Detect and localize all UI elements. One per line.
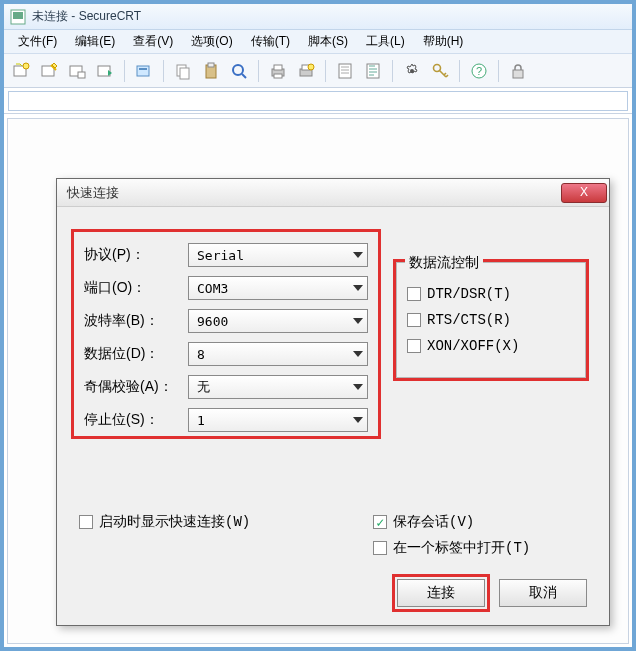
flow-control-group: 数据流控制 DTR/DSR(T) RTS/CTS(R) XON/XOFF(X) — [393, 259, 589, 381]
toolbar-separator — [163, 60, 164, 82]
close-icon[interactable]: X — [561, 183, 607, 203]
title-bar: 未连接 - SecureCRT — [4, 4, 632, 30]
show-quick-connect-checkbox[interactable] — [79, 515, 93, 529]
dialog-title: 快速连接 — [67, 184, 561, 202]
svg-rect-13 — [208, 63, 214, 67]
address-bar — [4, 88, 632, 114]
connection-params-group: 协议(P)： Serial 端口(O)： COM3 波特率(B)： 9600 — [71, 229, 381, 439]
connect-button[interactable]: 连接 — [397, 579, 485, 607]
save-session-checkbox[interactable] — [373, 515, 387, 529]
paste-icon[interactable] — [200, 60, 222, 82]
connect-bar-icon[interactable] — [66, 60, 88, 82]
svg-rect-11 — [180, 68, 189, 79]
databits-label: 数据位(D)： — [84, 345, 188, 363]
toolbar-separator — [498, 60, 499, 82]
chevron-down-icon — [353, 351, 363, 357]
chevron-down-icon — [353, 285, 363, 291]
log-icon[interactable] — [362, 60, 384, 82]
baud-dropdown[interactable]: 9600 — [188, 309, 368, 333]
dialog-title-bar: 快速连接 X — [57, 179, 609, 207]
rts-cts-label: RTS/CTS(R) — [427, 312, 511, 328]
stopbits-label: 停止位(S)： — [84, 411, 188, 429]
stopbits-dropdown[interactable]: 1 — [188, 408, 368, 432]
svg-rect-22 — [339, 64, 351, 78]
dialog-button-row: 连接 取消 — [397, 579, 587, 607]
print-icon[interactable] — [267, 60, 289, 82]
svg-point-14 — [233, 65, 243, 75]
menu-help[interactable]: 帮助(H) — [415, 31, 472, 52]
properties-icon[interactable] — [334, 60, 356, 82]
protocol-label: 协议(P)： — [84, 246, 188, 264]
main-window: 未连接 - SecureCRT 文件(F) 编辑(E) 查看(V) 选项(O) … — [0, 0, 636, 651]
svg-rect-9 — [139, 68, 147, 70]
toolbar-separator — [124, 60, 125, 82]
toolbar-separator — [392, 60, 393, 82]
menu-tools[interactable]: 工具(L) — [358, 31, 413, 52]
svg-point-3 — [23, 63, 29, 69]
chevron-down-icon — [353, 384, 363, 390]
xon-xoff-checkbox[interactable] — [407, 339, 421, 353]
menu-file[interactable]: 文件(F) — [10, 31, 65, 52]
open-in-tab-checkbox[interactable] — [373, 541, 387, 555]
dtr-dsr-label: DTR/DSR(T) — [427, 286, 511, 302]
rts-cts-checkbox[interactable] — [407, 313, 421, 327]
chevron-down-icon — [353, 417, 363, 423]
parity-label: 奇偶校验(A)： — [84, 378, 188, 396]
svg-rect-31 — [513, 70, 523, 78]
open-in-tab-label: 在一个标签中打开(T) — [393, 539, 530, 557]
dialog-options: 启动时显示快速连接(W) 保存会话(V) 在一个标签中打开(T) — [79, 509, 589, 567]
settings-icon[interactable] — [401, 60, 423, 82]
menu-script[interactable]: 脚本(S) — [300, 31, 356, 52]
svg-line-15 — [242, 74, 246, 78]
parity-dropdown[interactable]: 无 — [188, 375, 368, 399]
svg-rect-6 — [78, 72, 85, 78]
window-title: 未连接 - SecureCRT — [32, 8, 141, 25]
xon-xoff-label: XON/XOFF(X) — [427, 338, 519, 354]
menu-options[interactable]: 选项(O) — [183, 31, 240, 52]
app-icon — [10, 9, 26, 25]
chevron-down-icon — [353, 318, 363, 324]
reconnect-icon[interactable] — [94, 60, 116, 82]
help-icon[interactable]: ? — [468, 60, 490, 82]
baud-label: 波特率(B)： — [84, 312, 188, 330]
toolbar: ? — [4, 54, 632, 88]
svg-rect-18 — [274, 74, 282, 78]
show-quick-connect-label: 启动时显示快速连接(W) — [99, 513, 250, 531]
save-session-label: 保存会话(V) — [393, 513, 474, 531]
dtr-dsr-checkbox[interactable] — [407, 287, 421, 301]
copy-icon[interactable] — [172, 60, 194, 82]
cancel-button[interactable]: 取消 — [499, 579, 587, 607]
databits-dropdown[interactable]: 8 — [188, 342, 368, 366]
toolbar-separator — [459, 60, 460, 82]
svg-rect-17 — [274, 65, 282, 70]
chevron-down-icon — [353, 252, 363, 258]
svg-rect-1 — [13, 12, 23, 19]
lock-icon[interactable] — [507, 60, 529, 82]
disconnect-icon[interactable] — [133, 60, 155, 82]
svg-point-27 — [410, 69, 414, 73]
menu-transfer[interactable]: 传输(T) — [243, 31, 298, 52]
toolbar-separator — [325, 60, 326, 82]
flow-control-title: 数据流控制 — [405, 254, 483, 272]
find-icon[interactable] — [228, 60, 250, 82]
new-session-icon[interactable] — [10, 60, 32, 82]
menu-bar: 文件(F) 编辑(E) 查看(V) 选项(O) 传输(T) 脚本(S) 工具(L… — [4, 30, 632, 54]
quick-connect-icon[interactable] — [38, 60, 60, 82]
svg-rect-8 — [137, 66, 149, 76]
svg-text:?: ? — [476, 65, 482, 77]
address-input[interactable] — [8, 91, 628, 111]
quick-connect-dialog: 快速连接 X 协议(P)： Serial 端口(O)： COM3 波特率(B)： — [56, 178, 610, 626]
key-icon[interactable] — [429, 60, 451, 82]
menu-view[interactable]: 查看(V) — [125, 31, 181, 52]
print-screen-icon[interactable] — [295, 60, 317, 82]
toolbar-separator — [258, 60, 259, 82]
svg-point-21 — [308, 64, 314, 70]
port-label: 端口(O)： — [84, 279, 188, 297]
menu-edit[interactable]: 编辑(E) — [67, 31, 123, 52]
protocol-dropdown[interactable]: Serial — [188, 243, 368, 267]
port-dropdown[interactable]: COM3 — [188, 276, 368, 300]
